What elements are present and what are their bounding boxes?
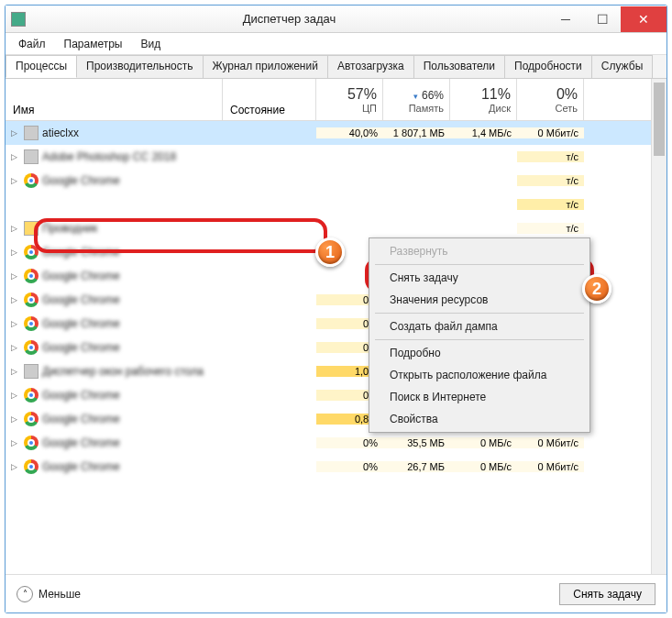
process-name-label: Google Chrome bbox=[42, 174, 120, 187]
scrollbar-thumb[interactable] bbox=[654, 83, 665, 156]
cm-properties[interactable]: Свойства bbox=[371, 408, 588, 430]
tabs: Процессы Производительность Журнал прило… bbox=[6, 55, 666, 79]
process-net-cell: 0 Мбит/с bbox=[517, 461, 584, 472]
expand-chevron-icon[interactable]: ▷ bbox=[11, 462, 20, 471]
process-name-label: Google Chrome bbox=[42, 246, 120, 259]
process-net-cell: т/с bbox=[517, 199, 584, 210]
process-name-cell[interactable]: ▷Google Chrome bbox=[6, 173, 223, 188]
cm-resource-values[interactable]: Значения ресурсов bbox=[371, 289, 588, 311]
end-task-button[interactable]: Снять задачу bbox=[559, 583, 655, 605]
process-mem-cell: 35,5 МБ bbox=[383, 437, 450, 448]
titlebar[interactable]: Диспетчер задач ─ ☐ ✕ bbox=[6, 6, 666, 33]
tab-processes[interactable]: Процессы bbox=[6, 55, 77, 78]
process-name-cell[interactable]: ▷Google Chrome bbox=[6, 436, 223, 450]
expand-chevron-icon[interactable]: ▷ bbox=[11, 248, 20, 257]
process-net-cell: т/с bbox=[517, 175, 584, 186]
process-name-cell[interactable]: ▷atieclxx bbox=[6, 126, 223, 140]
col-header-cpu[interactable]: 57% ЦП bbox=[316, 79, 383, 120]
col-header-memory[interactable]: ▾ 66% Память bbox=[383, 79, 450, 120]
expand-chevron-icon[interactable]: ▷ bbox=[11, 295, 20, 304]
tab-details[interactable]: Подробности bbox=[504, 55, 592, 78]
table-row[interactable]: ▷Google Chromeт/с bbox=[6, 169, 666, 193]
process-name-cell[interactable]: ▷Google Chrome bbox=[6, 316, 223, 331]
cm-separator bbox=[375, 313, 584, 314]
menu-file[interactable]: Файл bbox=[9, 36, 55, 52]
process-name-cell[interactable]: ▷Google Chrome bbox=[6, 459, 223, 474]
expand-chevron-icon[interactable]: ▷ bbox=[11, 438, 20, 447]
expand-chevron-icon[interactable]: ▷ bbox=[11, 152, 20, 161]
process-name-cell[interactable]: ▷Google Chrome bbox=[6, 245, 223, 259]
chrome-icon bbox=[24, 388, 39, 403]
chrome-icon bbox=[24, 340, 39, 355]
tab-app-history[interactable]: Журнал приложений bbox=[203, 55, 328, 78]
table-row[interactable]: т/с bbox=[6, 193, 666, 216]
cm-create-dump[interactable]: Создать файл дампа bbox=[371, 315, 588, 337]
table-row[interactable]: ▷Google Chrome0%26,7 МБ0 МБ/с0 Мбит/с bbox=[6, 455, 666, 479]
process-name-cell[interactable]: ▷Проводник bbox=[6, 221, 223, 236]
col-header-disk[interactable]: 11% Диск bbox=[450, 79, 517, 120]
process-name-cell[interactable]: ▷Adobe Photoshop CC 2018 bbox=[6, 149, 223, 164]
cm-separator bbox=[375, 264, 584, 265]
expand-chevron-icon[interactable]: ▷ bbox=[11, 271, 20, 281]
tab-startup[interactable]: Автозагрузка bbox=[327, 55, 414, 78]
process-name-label: Диспетчер окон рабочего стола bbox=[42, 365, 204, 378]
process-name-cell[interactable]: ▷Диспетчер окон рабочего стола bbox=[6, 364, 223, 379]
cm-open-location[interactable]: Открыть расположение файла bbox=[371, 364, 588, 386]
expand-chevron-icon[interactable]: ▷ bbox=[11, 176, 20, 185]
cm-details[interactable]: Подробно bbox=[371, 342, 588, 364]
cm-expand[interactable]: Развернуть bbox=[371, 240, 588, 262]
process-cpu-cell: 0% bbox=[316, 437, 383, 448]
process-cpu-cell: 40,0% bbox=[316, 127, 383, 138]
chrome-icon bbox=[24, 459, 39, 474]
expand-chevron-icon[interactable]: ▷ bbox=[11, 414, 20, 424]
tab-users[interactable]: Пользователи bbox=[413, 55, 505, 78]
table-row[interactable]: ▷Adobe Photoshop CC 2018т/с bbox=[6, 145, 666, 169]
annotation-badge-2: 2 bbox=[582, 274, 611, 303]
process-net-cell: т/с bbox=[517, 223, 584, 234]
process-name-cell[interactable]: ▷Google Chrome bbox=[6, 340, 223, 355]
tab-services[interactable]: Службы bbox=[591, 55, 653, 78]
annotation-badge-1: 1 bbox=[315, 237, 345, 267]
col-header-name[interactable]: Имя bbox=[6, 79, 223, 120]
app-icon bbox=[24, 126, 39, 140]
expand-chevron-icon[interactable]: ▷ bbox=[11, 391, 20, 400]
menu-options[interactable]: Параметры bbox=[55, 36, 132, 52]
process-name-label: Google Chrome bbox=[42, 293, 120, 306]
table-row[interactable]: ▷Google Chrome0%35,5 МБ0 МБ/с0 Мбит/с bbox=[6, 431, 666, 455]
close-button[interactable]: ✕ bbox=[621, 6, 666, 32]
maximize-button[interactable]: ☐ bbox=[584, 6, 621, 32]
process-cpu-cell: 0% bbox=[316, 461, 383, 472]
expand-chevron-icon[interactable]: ▷ bbox=[11, 343, 20, 352]
fewer-details-button[interactable]: ˄ Меньше bbox=[17, 586, 81, 602]
menu-view[interactable]: Вид bbox=[131, 36, 170, 52]
process-name-cell[interactable]: ▷Google Chrome bbox=[6, 292, 223, 307]
process-name-cell[interactable]: ▷Google Chrome bbox=[6, 269, 223, 283]
vertical-scrollbar[interactable] bbox=[651, 79, 666, 574]
footer: ˄ Меньше Снять задачу bbox=[6, 574, 666, 612]
process-disk-cell: 0 МБ/с bbox=[450, 461, 517, 472]
expand-chevron-icon[interactable]: ▷ bbox=[11, 128, 20, 138]
process-mem-cell: 1 807,1 МБ bbox=[383, 127, 450, 138]
process-name-label: Google Chrome bbox=[42, 413, 120, 425]
cm-search-online[interactable]: Поиск в Интернете bbox=[371, 386, 588, 408]
process-name-label: Google Chrome bbox=[42, 436, 120, 449]
col-header-network[interactable]: 0% Сеть bbox=[517, 79, 584, 120]
expand-chevron-icon[interactable]: ▷ bbox=[11, 367, 20, 376]
expand-chevron-icon[interactable]: ▷ bbox=[11, 224, 20, 233]
process-name-cell[interactable] bbox=[6, 197, 223, 212]
minimize-button[interactable]: ─ bbox=[547, 6, 584, 32]
process-name-label: Google Chrome bbox=[42, 389, 120, 402]
col-header-state[interactable]: Состояние bbox=[223, 79, 316, 120]
column-headers: Имя Состояние 57% ЦП ▾ 66% Память 11% Ди… bbox=[6, 79, 666, 121]
chrome-icon bbox=[24, 316, 39, 331]
app-icon bbox=[11, 12, 26, 27]
cm-end-task[interactable]: Снять задачу bbox=[371, 267, 588, 289]
process-name-cell[interactable]: ▷Google Chrome bbox=[6, 412, 223, 426]
chevron-up-icon: ˄ bbox=[17, 586, 33, 602]
chrome-icon bbox=[24, 292, 39, 307]
expand-chevron-icon[interactable]: ▷ bbox=[11, 319, 20, 328]
tab-performance[interactable]: Производительность bbox=[76, 55, 203, 78]
process-name-cell[interactable]: ▷Google Chrome bbox=[6, 388, 223, 403]
table-row[interactable]: ▷atieclxx40,0%1 807,1 МБ1,4 МБ/с0 Мбит/с bbox=[6, 121, 666, 145]
chrome-icon bbox=[24, 173, 39, 188]
